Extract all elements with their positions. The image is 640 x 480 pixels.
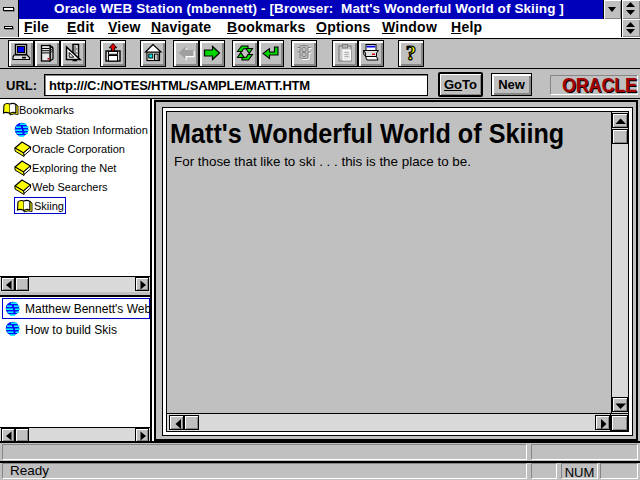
svg-text:?: ? (406, 43, 417, 63)
